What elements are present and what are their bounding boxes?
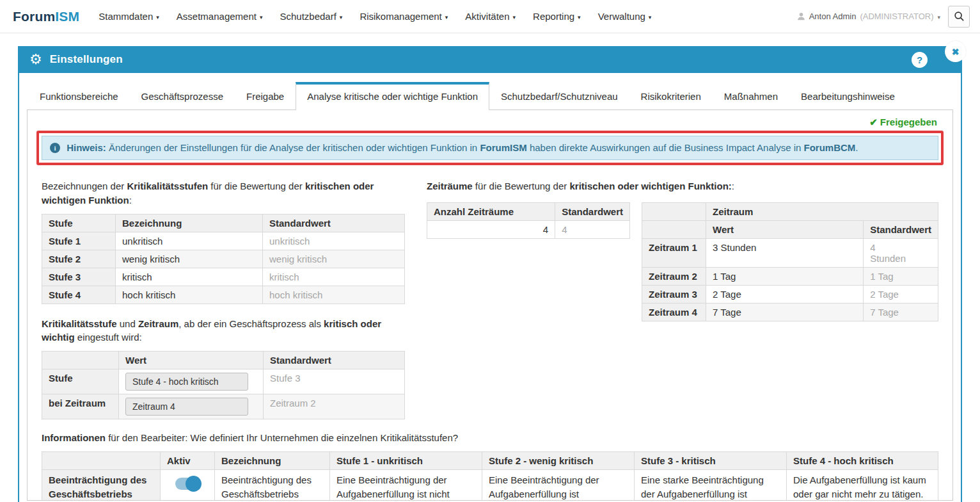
column-header: Bezeichnung — [215, 451, 330, 469]
zeitraum-table-row: Zeitraum 3 2 Tage 2 Tage — [642, 285, 938, 303]
nav-menu-item[interactable]: Aktivitäten ▾ — [465, 11, 516, 22]
zeitraum-value[interactable]: 3 Stunden — [706, 238, 864, 267]
info-table-row: Beeinträchtigung des Geschäftsbetriebs B… — [42, 469, 938, 501]
zeitraum-label: Zeitraum 2 — [642, 267, 706, 285]
stufe3-text[interactable]: Eine starke Beeinträchtigung der Aufgabe… — [635, 469, 787, 501]
threshold-label: bei Zeitraum — [42, 394, 119, 419]
main-menu: Stammdaten ▾ Assetmanagement ▾ Schutzbed… — [99, 11, 668, 22]
chevron-down-icon: ▾ — [513, 14, 516, 20]
active-toggle[interactable] — [175, 478, 200, 490]
nav-menu-item[interactable]: Verwaltung ▾ — [598, 11, 652, 22]
search-button[interactable] — [948, 6, 970, 28]
zeitraum-value[interactable]: 1 Tag — [706, 267, 864, 285]
bezeichnung-value[interactable]: kritisch — [116, 268, 263, 286]
chevron-down-icon: ▾ — [260, 14, 263, 20]
stufe4-text[interactable]: Die Aufgabenerfüllung ist kaum oder gar … — [787, 469, 938, 501]
user-menu[interactable]: Anton Admin (ADMINISTRATOR) ▾ — [797, 12, 940, 21]
column-header: Bezeichnung — [116, 214, 263, 232]
zeitraum-label: Zeitraum 1 — [642, 238, 706, 267]
zeitraum-tables: Anzahl Zeiträume Standardwert 4 4 — [427, 202, 938, 321]
tab[interactable]: Analyse kritische oder wichtige Funktion — [296, 82, 489, 110]
section-heading-bezeichnungen: Bezeichnungen der Kritikalitätsstufen fü… — [42, 179, 405, 207]
stufen-table-header-row: Stufe Bezeichnung Standardwert — [42, 214, 405, 232]
bezeichnung-value[interactable]: hoch kritisch — [116, 286, 263, 304]
tab[interactable]: Bearbeitungshinweise — [789, 82, 906, 109]
column-header: Standardwert — [864, 220, 938, 238]
nav-menu-item[interactable]: Schutzbedarf ▾ — [280, 11, 342, 22]
user-role: (ADMINISTRATOR) — [860, 12, 933, 21]
stufen-table: Stufe Bezeichnung Standardwert Stufe 1 u… — [42, 214, 405, 304]
column-header: Stufe 2 - wenig kritisch — [482, 451, 635, 469]
chevron-down-icon: ▾ — [937, 14, 940, 20]
stufe2-text[interactable]: Eine Beeinträchtigung der Aufgabenerfüll… — [482, 469, 635, 501]
hint-label: Hinweis: — [67, 142, 106, 153]
zeitraum-label: Zeitraum 4 — [642, 303, 706, 321]
stufe-label: Stufe 2 — [42, 250, 116, 268]
nav-menu-label: Schutzbedarf — [280, 11, 336, 22]
close-icon[interactable]: ✖ — [945, 41, 966, 62]
modal-header: ⚙ Einstellungen ? — [19, 46, 961, 73]
section-heading-info: Informationen für den Bearbeiter: Wie de… — [42, 431, 938, 445]
stufen-table-row: Stufe 2 wenig kritisch wenig kritisch — [42, 250, 405, 268]
stufen-table-row: Stufe 1 unkritisch unkritisch — [42, 232, 405, 250]
nav-menu-item[interactable]: Stammdaten ▾ — [99, 11, 159, 22]
anzahl-default: 4 — [555, 220, 630, 238]
tab[interactable]: Freigabe — [235, 82, 296, 109]
stufe-label: Stufe 3 — [42, 268, 116, 286]
column-header: Stufe 4 - hoch kritisch — [787, 451, 938, 469]
chevron-down-icon: ▾ — [340, 14, 343, 20]
help-icon[interactable]: ? — [912, 52, 928, 68]
column-header: Aktiv — [161, 451, 215, 469]
column-header: Stufe — [42, 214, 116, 232]
navbar-right: Anton Admin (ADMINISTRATOR) ▾ — [797, 6, 970, 28]
tab[interactable]: Risikokriterien — [629, 82, 713, 109]
bezeichnung-value[interactable]: wenig kritisch — [116, 250, 263, 268]
tab[interactable]: Maßnahmen — [713, 82, 789, 109]
zeitraum-value[interactable]: 7 Tage — [706, 303, 864, 321]
settings-modal: ✖ ⚙ Einstellungen ? Funktionsbereiche Ge… — [18, 46, 962, 502]
nav-menu-item[interactable]: Assetmanagement ▾ — [177, 11, 263, 22]
nav-menu-item[interactable]: Risikomanagement ▾ — [360, 11, 448, 22]
nav-menu-label: Reporting — [533, 11, 574, 22]
tab[interactable]: Geschäftsprozesse — [130, 82, 235, 109]
nav-menu-label: Aktivitäten — [465, 11, 509, 22]
column-header: Anzahl Zeiträume — [427, 202, 555, 220]
tab-content: ✔Freigegeben i Hinweis: Änderungen der E… — [27, 109, 953, 501]
tab-bar: Funktionsbereiche Geschäftsprozesse Frei… — [27, 82, 953, 109]
app-logo[interactable]: ForumISM — [13, 9, 79, 24]
column-header — [42, 352, 119, 369]
info-table: Aktiv Bezeichnung Stufe 1 - unkritisch S… — [42, 451, 938, 501]
status-label: Freigegeben — [880, 117, 937, 127]
info-icon: i — [50, 143, 60, 153]
product-forumism: ForumISM — [480, 142, 526, 153]
bezeichnung-value[interactable]: unkritisch — [116, 232, 263, 250]
anzahl-table-header-row: Anzahl Zeiträume Standardwert — [427, 202, 630, 220]
zeitraum-value[interactable]: 2 Tage — [706, 285, 864, 303]
standardwert-value: 1 Tag — [864, 267, 938, 285]
check-icon: ✔ — [869, 117, 878, 127]
value-select[interactable]: Stufe 4 - hoch kritisch — [125, 373, 248, 391]
standardwert-value: kritisch — [263, 268, 405, 286]
anzahl-value[interactable]: 4 — [427, 220, 555, 238]
value-select[interactable]: Zeitraum 4 — [125, 398, 248, 416]
tab[interactable]: Funktionsbereiche — [28, 82, 130, 109]
anzahl-table-row: 4 4 — [427, 220, 630, 238]
value-cell: Stufe 4 - hoch kritisch — [119, 369, 264, 394]
modal-body: Funktionsbereiche Geschäftsprozesse Frei… — [19, 73, 961, 501]
column-header: Wert — [119, 352, 264, 369]
tab[interactable]: Schutzbedarf/Schutzniveau — [489, 82, 629, 109]
chevron-down-icon: ▾ — [445, 14, 448, 20]
page-title: Einstellungen — [50, 53, 123, 66]
bezeichnung-cell[interactable]: Beeinträchtigung des Geschäftsbetriebs — [215, 469, 330, 501]
column-header: Stufe 1 - unkritisch — [330, 451, 482, 469]
column-header: Standardwert — [555, 202, 630, 220]
left-column: Bezeichnungen der Kritikalitätsstufen fü… — [42, 173, 405, 419]
threshold-table-row: Stufe Stufe 4 - hoch kritisch Stufe 3 — [42, 369, 405, 394]
gear-icon: ⚙ — [29, 53, 42, 67]
nav-menu-item[interactable]: Reporting ▾ — [533, 11, 581, 22]
person-icon — [797, 12, 805, 20]
toggle-knob — [186, 476, 202, 492]
stufe-label: Stufe 1 — [42, 232, 116, 250]
stufe1-text[interactable]: Eine Beeinträchtigung der Aufgabenerfüll… — [330, 469, 482, 501]
group-header: Zeitraum — [706, 202, 938, 220]
